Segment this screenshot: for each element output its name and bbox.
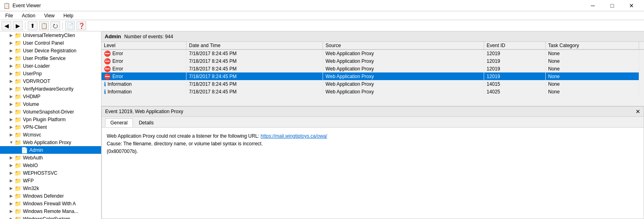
event-level-cell: ⛔Error: [101, 57, 186, 65]
up-button[interactable]: ⬆: [28, 21, 37, 30]
sidebar-item-user-control[interactable]: ▶📁User Control Panel: [0, 39, 101, 47]
table-row[interactable]: ℹInformation7/18/2017 8:24:45 PMWeb Appl…: [101, 88, 644, 95]
sidebar-item-wcmsvc[interactable]: ▶📁Wcmsvc: [0, 131, 101, 138]
tree-expander[interactable]: ▶: [8, 209, 14, 213]
table-row[interactable]: ℹInformation7/18/2017 8:24:45 PMWeb Appl…: [101, 80, 644, 88]
sidebar-item-vpnplugin[interactable]: ▶📁Vpn Plugin Platform: [0, 116, 101, 123]
sidebar-item-windefender[interactable]: ▶📁Windows Defender: [0, 192, 101, 200]
sidebar-item-webapplicationproxy[interactable]: ▼📁Web Application Proxy: [0, 138, 101, 146]
sidebar-item-volume[interactable]: ▶📁Volume: [0, 100, 101, 108]
tree-expander[interactable]: ▶: [8, 79, 14, 83]
sidebar-item-admin[interactable]: 📄Admin: [0, 146, 101, 154]
tree-expander[interactable]: ▶: [8, 163, 14, 167]
folder-icon: 📁: [14, 63, 22, 69]
sidebar-item-label: WEPHOSTSVC: [23, 170, 57, 176]
tree-expander[interactable]: ▶: [8, 41, 14, 45]
sidebar-item-user-device[interactable]: ▶📁User Device Registration: [0, 47, 101, 54]
tree-expander[interactable]: ▶: [8, 64, 14, 68]
table-row[interactable]: ⛔Error7/18/2017 8:24:45 PMWeb Applicatio…: [101, 72, 644, 80]
close-button[interactable]: ✕: [622, 0, 641, 11]
tree-expander[interactable]: ▶: [8, 56, 14, 60]
tab-general[interactable]: General: [105, 118, 133, 127]
sidebar-item-label: UniversalTelemetryClien: [23, 33, 75, 38]
folder-icon: 📁: [14, 86, 22, 92]
table-row[interactable]: ⛔Error7/18/2017 8:24:45 PMWeb Applicatio…: [101, 50, 644, 57]
sidebar-item-universal[interactable]: ▶📁UniversalTelemetryClien: [0, 31, 101, 39]
sidebar-item-volumesnapshot[interactable]: ▶📁VolumeSnapshot-Driver: [0, 108, 101, 116]
sidebar-item-vdrvroot[interactable]: ▶📁VDRVROOT: [0, 77, 101, 85]
sidebar-item-wincolor[interactable]: ▶📁WindowsColorSystem: [0, 215, 101, 219]
folder-icon: 📁: [14, 124, 22, 130]
sidebar-item-wfp[interactable]: ▶📁WFP: [0, 177, 101, 184]
tree-expander[interactable]: ▶: [8, 94, 14, 99]
show-hide-button[interactable]: 📋: [39, 21, 49, 30]
table-row[interactable]: ⛔Error7/18/2017 8:24:45 PMWeb Applicatio…: [101, 65, 644, 72]
sidebar-item-vpnclient[interactable]: ▶📁VPN-Client: [0, 123, 101, 131]
tree-expander[interactable]: ▶: [8, 171, 14, 175]
properties-button[interactable]: 📄: [65, 21, 75, 30]
tree-expander[interactable]: ▶: [8, 48, 14, 53]
tree-expander[interactable]: ▶: [8, 87, 14, 91]
tree-expander[interactable]: ▶: [8, 125, 14, 129]
menu-action[interactable]: Action: [18, 12, 39, 20]
menu-file[interactable]: File: [2, 12, 17, 20]
app-icon: 📋: [3, 2, 10, 9]
folder-icon: 📁: [14, 155, 22, 161]
sidebar-item-user-loader[interactable]: ▶📁User-Loader: [0, 62, 101, 70]
folder-icon: 📁: [14, 48, 22, 54]
sidebar-item-wephostsvc[interactable]: ▶📁WEPHOSTSVC: [0, 169, 101, 177]
table-row[interactable]: ⛔Error7/18/2017 8:24:45 PMWeb Applicatio…: [101, 57, 644, 65]
tree-expander[interactable]: ▶: [8, 33, 14, 37]
folder-icon: 📁: [14, 170, 22, 176]
tree-expander[interactable]: ▶: [8, 132, 14, 137]
maximize-button[interactable]: □: [603, 0, 621, 11]
menu-bar: File Action View Help: [0, 11, 644, 20]
sidebar-item-verifyhardware[interactable]: ▶📁VerifyHardwareSecurity: [0, 85, 101, 93]
sidebar-item-label: Windows Defender: [23, 193, 64, 199]
sidebar-item-user-profile[interactable]: ▶📁User Profile Service: [0, 54, 101, 62]
events-count: Number of events: 944: [124, 34, 173, 39]
help-toolbar-button[interactable]: ❓: [77, 21, 86, 30]
menu-help[interactable]: Help: [60, 12, 77, 20]
detail-tabs: General Details: [102, 117, 644, 128]
sidebar-item-label: VerifyHardwareSecurity: [23, 86, 73, 92]
event-eventId: 12019: [484, 50, 546, 57]
sidebar-item-webauth[interactable]: ▶📁WebAuth: [0, 154, 101, 161]
error-icon: ⛔: [104, 66, 111, 72]
sidebar-item-winfirewall[interactable]: ▶📁Windows Firewall With A: [0, 200, 101, 207]
detail-close-button[interactable]: ✕: [636, 108, 640, 115]
detail-panel-title: Event 12019, Web Application Proxy: [105, 109, 183, 114]
minimize-button[interactable]: ─: [584, 0, 602, 11]
tree-expander[interactable]: ▶: [8, 110, 14, 114]
tree-expander[interactable]: ▶: [8, 102, 14, 106]
tree-expander[interactable]: ▶: [8, 217, 14, 219]
tree-expander[interactable]: ▶: [8, 194, 14, 198]
menu-view[interactable]: View: [41, 12, 58, 20]
tree-expander[interactable]: ▶: [8, 155, 14, 160]
sidebar-item-winremote[interactable]: ▶📁Windows Remote Mana...: [0, 207, 101, 215]
tree-expander[interactable]: ▶: [8, 117, 14, 122]
sidebar-item-webio[interactable]: ▶📁WebIO: [0, 161, 101, 169]
tree-expander[interactable]: ▶: [8, 201, 14, 206]
tree-expander[interactable]: ▶: [8, 186, 14, 190]
detail-link[interactable]: https://mail.wingtiptoys.ca/owa/: [261, 133, 327, 139]
window-controls: ─ □ ✕: [584, 0, 641, 11]
tab-details[interactable]: Details: [134, 118, 159, 127]
tree-expander[interactable]: ▶: [8, 178, 14, 183]
events-table: Level Date and Time Source Event ID Task…: [101, 42, 644, 95]
event-datetime: 7/18/2017 8:24:45 PM: [186, 65, 323, 72]
forward-button[interactable]: ▶: [13, 21, 23, 30]
folder-icon: 📁: [14, 132, 22, 138]
sidebar-item-vhdmp[interactable]: ▶📁VHDMP: [0, 93, 101, 100]
tree-expander[interactable]: ▶: [8, 71, 14, 76]
col-eventid: Event ID: [484, 42, 546, 50]
tree-expander[interactable]: ▼: [8, 140, 14, 145]
sidebar-item-userpnp[interactable]: ▶📁UserPnp: [0, 70, 101, 77]
event-eventId: 12019: [484, 72, 546, 80]
event-level-cell: ⛔Error: [101, 72, 186, 80]
sidebar-item-win32k[interactable]: ▶📁Win32k: [0, 184, 101, 192]
back-button[interactable]: ◀: [2, 21, 11, 30]
event-level-text: Information: [108, 81, 132, 87]
event-datetime: 7/18/2017 8:24:45 PM: [186, 57, 323, 65]
refresh-button[interactable]: ⭮: [50, 21, 60, 30]
